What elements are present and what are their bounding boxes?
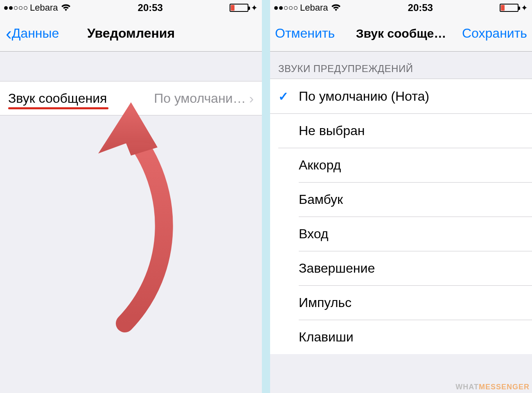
battery-low-icon bbox=[230, 4, 248, 12]
checkmark-icon: ✓ bbox=[278, 89, 289, 104]
sound-list: ✓ По умолчанию (Нота) Не выбран Аккорд Б… bbox=[270, 79, 532, 354]
battery-low-icon bbox=[500, 4, 518, 12]
sound-option-label: Бамбук bbox=[299, 192, 343, 207]
back-label: Данные bbox=[12, 26, 59, 41]
sound-option-label: Аккорд bbox=[299, 158, 341, 173]
wifi-icon bbox=[331, 4, 341, 12]
row-label: Звук сообщения bbox=[8, 91, 107, 106]
sound-option-label: Вход bbox=[299, 226, 328, 242]
charging-icon: ✦ bbox=[521, 3, 528, 13]
save-button[interactable]: Сохранить bbox=[462, 26, 527, 41]
carrier-label: Lebara bbox=[300, 2, 328, 13]
nav-bar: Отменить Звук сообще… Сохранить bbox=[270, 16, 532, 52]
charging-icon: ✦ bbox=[251, 3, 258, 13]
page-title: Уведомления bbox=[87, 26, 175, 41]
signal-dots-icon bbox=[274, 6, 298, 10]
message-sound-row[interactable]: Звук сообщения По умолчани… › bbox=[0, 81, 262, 115]
watermark: WHATMESSENGER bbox=[455, 383, 530, 391]
sound-option[interactable]: Не выбран bbox=[270, 113, 532, 148]
sound-option[interactable]: Бамбук bbox=[270, 182, 532, 217]
sound-option[interactable]: Импульс bbox=[270, 285, 532, 320]
wifi-icon bbox=[61, 4, 71, 12]
nav-bar: ‹ Данные Уведомления bbox=[0, 16, 262, 52]
sound-option-label: Не выбран bbox=[299, 123, 365, 138]
sound-option[interactable]: Вход bbox=[270, 217, 532, 251]
sound-option[interactable]: Завершение bbox=[270, 251, 532, 285]
status-bar: Lebara 20:53 ✦ bbox=[270, 0, 532, 16]
chevron-right-icon: › bbox=[249, 90, 254, 106]
right-screenshot: Lebara 20:53 ✦ Отменить Звук сообще… Сох… bbox=[270, 0, 532, 393]
clock-label: 20:53 bbox=[408, 2, 433, 14]
sound-option[interactable]: Клавиши bbox=[270, 320, 532, 354]
row-value: По умолчани… bbox=[154, 91, 246, 106]
annotation-arrow-icon bbox=[53, 94, 184, 336]
cancel-button[interactable]: Отменить bbox=[275, 26, 335, 41]
status-bar: Lebara 20:53 ✦ bbox=[0, 0, 262, 16]
sound-option-label: Импульс bbox=[299, 295, 352, 310]
page-title: Звук сообще… bbox=[356, 27, 446, 41]
carrier-label: Lebara bbox=[30, 2, 58, 13]
signal-dots-icon bbox=[4, 6, 27, 10]
clock-label: 20:53 bbox=[138, 2, 163, 14]
sound-option-label: Завершение bbox=[299, 261, 375, 276]
sound-option[interactable]: Аккорд bbox=[270, 148, 532, 182]
sound-option-label: Клавиши bbox=[299, 330, 354, 345]
annotation-underline bbox=[8, 107, 108, 109]
chevron-left-icon: ‹ bbox=[6, 25, 12, 43]
back-button[interactable]: ‹ Данные bbox=[6, 25, 59, 43]
left-screenshot: Lebara 20:53 ✦ ‹ Данные Уведомления Звук bbox=[0, 0, 262, 393]
section-header: ЗВУКИ ПРЕДУПРЕЖДЕНИЙ bbox=[270, 52, 532, 79]
sound-option[interactable]: ✓ По умолчанию (Нота) bbox=[270, 79, 532, 113]
sound-option-label: По умолчанию (Нота) bbox=[299, 89, 429, 104]
